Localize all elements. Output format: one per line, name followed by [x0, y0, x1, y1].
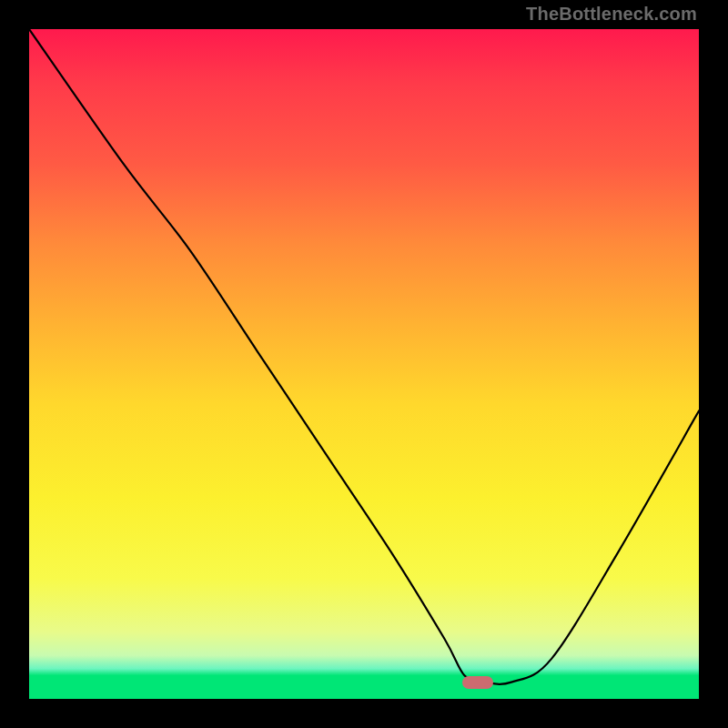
optimal-marker [462, 676, 493, 689]
plot-area [29, 29, 699, 699]
watermark-text: TheBottleneck.com [526, 4, 697, 25]
bottleneck-curve [29, 29, 699, 699]
chart-frame: TheBottleneck.com [0, 0, 728, 728]
